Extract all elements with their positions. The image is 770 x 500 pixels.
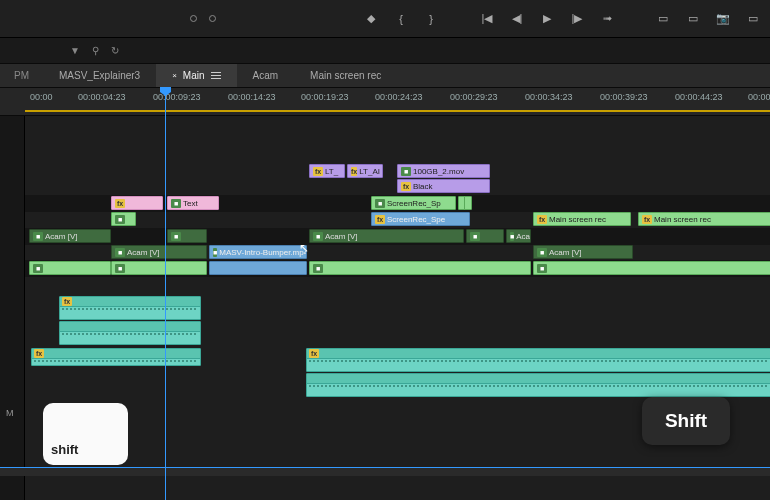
fx-badge-icon: ■ xyxy=(537,264,547,273)
ruler-tick: 00:00:29:23 xyxy=(450,92,498,102)
step-back-icon[interactable]: ◀| xyxy=(510,12,524,26)
fx-badge-icon: fx xyxy=(62,297,72,306)
fx-badge-icon: ■ xyxy=(115,248,125,257)
go-to-start-icon[interactable]: |◀ xyxy=(480,12,494,26)
snap-toggle-2[interactable] xyxy=(209,15,216,22)
shift-key-indicator-light: shift xyxy=(43,403,128,465)
audio-wave-1b[interactable] xyxy=(59,321,201,345)
fx-badge-icon: fx xyxy=(537,215,547,224)
audio-a1-5[interactable]: ■ xyxy=(533,261,770,275)
ruler-tick: 00:00:34:23 xyxy=(525,92,573,102)
ruler-tick: 00:00 xyxy=(30,92,53,102)
fx-badge-icon: ■ xyxy=(313,232,323,241)
fx-badge-icon: ■ xyxy=(33,264,43,273)
clip-lt1[interactable]: fxLT_ xyxy=(309,164,345,178)
ruler-tick: 00:00:49:2 xyxy=(748,92,770,102)
ruler-tick: 00:00:04:23 xyxy=(78,92,126,102)
fx-badge-icon: ■ xyxy=(375,199,385,208)
new-bin-icon[interactable]: ↻ xyxy=(111,45,119,56)
tab-acam[interactable]: Acam xyxy=(237,64,295,87)
top-toolbar: ◆ { } |◀ ◀| ▶ |▶ ➟ ▭ ▭ 📷 ▭ xyxy=(0,0,770,38)
bracket-out-icon[interactable]: } xyxy=(424,12,438,26)
filter-icon[interactable]: ▼ xyxy=(70,45,80,56)
clip-acam-v-6[interactable]: ■Acam [V] xyxy=(533,245,633,259)
time-ruler[interactable]: 00:00 00:00:04:23 00:00:09:23 00:00:14:2… xyxy=(0,88,770,116)
audio-wave-1a[interactable]: fx xyxy=(59,296,201,320)
fx-badge-icon: ■ xyxy=(171,232,181,241)
search-icon[interactable]: ⚲ xyxy=(92,45,99,56)
clip-green-small-1[interactable]: ■ xyxy=(111,212,136,226)
filter-bar: ▼ ⚲ ↻ xyxy=(0,38,770,64)
step-forward-icon[interactable]: |▶ xyxy=(570,12,584,26)
fx-badge-icon: ■ xyxy=(213,248,217,257)
shift-key-indicator-dark: Shift xyxy=(642,397,730,445)
playhead[interactable] xyxy=(165,88,166,500)
audio-wave-2a[interactable]: fx xyxy=(31,348,201,366)
work-area-bar[interactable] xyxy=(25,110,770,112)
audio-wave-3a[interactable]: fx xyxy=(306,348,770,372)
play-icon[interactable]: ▶ xyxy=(540,12,554,26)
ruler-tick: 00:00:09:23 xyxy=(153,92,201,102)
track-headers[interactable]: M xyxy=(0,116,25,500)
marker-icon[interactable]: ◆ xyxy=(364,12,378,26)
tab-menu-icon[interactable] xyxy=(211,75,221,76)
tab-masv-explainer3[interactable]: MASV_Explainer3 xyxy=(43,64,156,87)
clip-acam-v-5[interactable]: ■Acam [V] xyxy=(111,245,207,259)
clip-sliver-2[interactable] xyxy=(464,196,472,210)
audio-wave-3b[interactable] xyxy=(306,373,770,397)
export-frame-icon[interactable]: ▭ xyxy=(746,12,760,26)
ruler-tick: 00:00:19:23 xyxy=(301,92,349,102)
camera-icon[interactable]: 📷 xyxy=(716,12,730,26)
clip-lt2[interactable]: fxLT_AI xyxy=(347,164,383,178)
fx-badge-icon: fx xyxy=(115,199,125,208)
snap-toggle-1[interactable] xyxy=(190,15,197,22)
fx-badge-icon: fx xyxy=(309,349,319,358)
fx-badge-icon: ■ xyxy=(470,232,480,241)
clip-text[interactable]: ■Text xyxy=(167,196,219,210)
clip-pink-1[interactable]: fx xyxy=(111,196,163,210)
fx-badge-icon: ■ xyxy=(115,264,125,273)
clip-acam-v-1[interactable]: ■Acam [V] xyxy=(29,229,111,243)
ruler-tick: 00:00:24:23 xyxy=(375,92,423,102)
fx-badge-icon: ■ xyxy=(537,248,547,257)
clip-bumper[interactable]: ■MASV-Intro-Bumper.mp4 xyxy=(209,245,307,259)
fx-badge-icon: ■ xyxy=(401,167,411,176)
extract-icon[interactable]: ▭ xyxy=(686,12,700,26)
clip-acam-v-2[interactable]: ■ xyxy=(167,229,207,243)
clip-acam-v-3[interactable]: ■Acam [V] xyxy=(309,229,464,243)
clip-100gb[interactable]: ■100GB_2.mov xyxy=(397,164,490,178)
tab-main-screen-rec[interactable]: Main screen rec xyxy=(294,64,397,87)
fx-badge-icon: ■ xyxy=(510,232,514,241)
panel-menu[interactable]: PM xyxy=(0,70,43,81)
mute-toggle[interactable]: M xyxy=(6,408,14,418)
fx-badge-icon: ■ xyxy=(115,215,125,224)
fx-badge-icon: fx xyxy=(313,167,323,176)
clip-acam-v-4[interactable]: ■ xyxy=(466,229,504,243)
ruler-tick: 00:00:44:23 xyxy=(675,92,723,102)
audio-a1-1[interactable]: ■ xyxy=(29,261,111,275)
fx-badge-icon: ■ xyxy=(171,199,181,208)
clip-black[interactable]: fxBlack xyxy=(397,179,490,193)
audio-a1-4[interactable]: ■ xyxy=(309,261,531,275)
audio-a1-2[interactable]: ■ xyxy=(111,261,207,275)
clip-msr-1[interactable]: fxMain screen rec xyxy=(533,212,631,226)
fx-badge-icon: fx xyxy=(34,349,44,358)
clip-screenrec-sp[interactable]: ■ScreenRec_Sp xyxy=(371,196,456,210)
fx-badge-icon: fx xyxy=(401,182,411,191)
fx-badge-icon: fx xyxy=(351,167,357,176)
clip-aca[interactable]: ■Aca xyxy=(506,229,531,243)
clip-screenrec-spe[interactable]: fxScreenRec_Spe xyxy=(371,212,470,226)
sequence-tabs: PM MASV_Explainer3 ×Main Acam Main scree… xyxy=(0,64,770,88)
audio-a1-3[interactable] xyxy=(209,261,307,275)
tab-main[interactable]: ×Main xyxy=(156,64,236,87)
fx-badge-icon: fx xyxy=(375,215,385,224)
zoom-scrollbar[interactable] xyxy=(0,468,770,476)
bracket-in-icon[interactable]: { xyxy=(394,12,408,26)
ruler-tick: 00:00:14:23 xyxy=(228,92,276,102)
lift-icon[interactable]: ▭ xyxy=(656,12,670,26)
fx-badge-icon: fx xyxy=(642,215,652,224)
clip-msr-2[interactable]: fxMain screen rec xyxy=(638,212,770,226)
go-to-end-icon[interactable]: ➟ xyxy=(600,12,614,26)
fx-badge-icon: ■ xyxy=(313,264,323,273)
fx-badge-icon: ■ xyxy=(33,232,43,241)
